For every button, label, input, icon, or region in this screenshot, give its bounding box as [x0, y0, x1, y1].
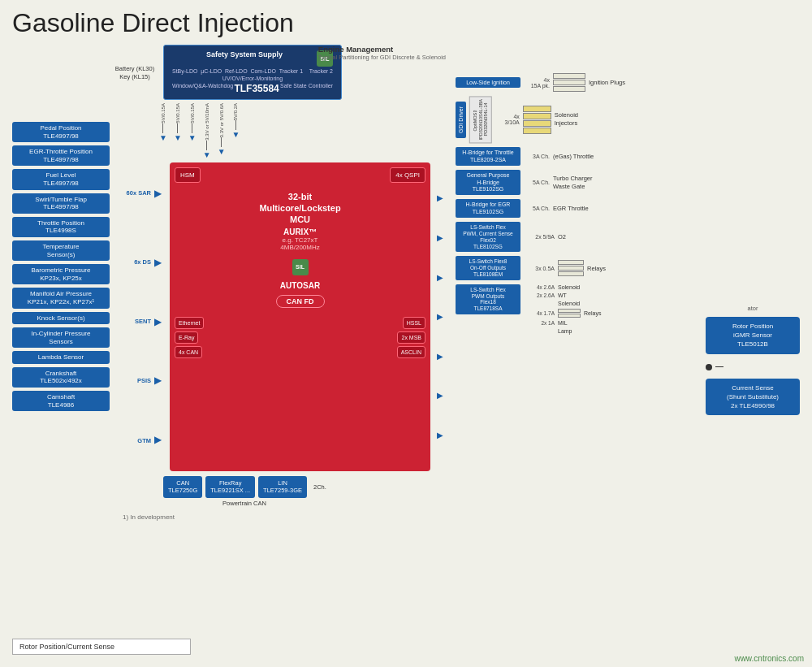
sensor-barometric: Barometric PressureKP23x, KP25x — [12, 264, 110, 284]
mcu-asclin: ASCLIN — [397, 346, 425, 358]
uc-ldo: µC-LDO — [201, 68, 222, 74]
mcu-interface-labels: 60x SAR 6x DS SENT PSIS GTM — [114, 162, 151, 471]
hbridge-gp-count: 5A Ch. — [524, 180, 550, 185]
ls-flex02-box: LS-Switch FlexPWM, Current SenseFlex02TL… — [456, 222, 520, 252]
sensor-camshaft: CamshaftTLE4986 — [12, 391, 110, 411]
ls-flex02-count: 2x 5/9A — [524, 234, 555, 240]
uv-ov-label: UV/OV/Error-Monitoring — [172, 76, 333, 81]
ls-switch-flex02-row: LS-Switch FlexPWM, Current SenseFlex02TL… — [456, 222, 702, 252]
sensor-crankshaft: CrankshaftTLE502x/492x — [12, 367, 110, 388]
can-bus: CANTLE7250G — [163, 476, 202, 499]
gdi-driver-label: GDI Driver — [456, 102, 466, 138]
ls-flex8-count: 3x 0.5A — [524, 266, 555, 271]
gdi-target: SolenoidInjectors — [555, 111, 578, 128]
alternator-label: ator — [706, 305, 800, 312]
ds-label: 6x DS — [114, 258, 151, 266]
solenoid-stack — [523, 106, 551, 134]
safe-state: Safe State Controller — [280, 83, 333, 94]
powertrain-can-label: Powertrain CAN — [163, 500, 326, 507]
mcu-hssl: HSSL — [403, 317, 425, 329]
sensor-temperature: TemperatureSensor(s) — [12, 240, 110, 261]
ls-flex18-box: LS-Switch FlexPWM OutputsFlex18TLE8718SA — [456, 284, 520, 314]
can-fd-label: CAN FD — [276, 295, 325, 308]
mcu-arrows: ▶ ▶ ▶ ▶ ▶ — [154, 162, 166, 471]
battery-label: Battery (KL30)Key (KL15) — [114, 65, 155, 100]
gdi-count: 4x3/10A — [495, 114, 520, 125]
connector-line — [715, 366, 723, 367]
gtm-label: GTM — [114, 437, 151, 444]
sensor-swirl: Swirl/Tumble FlapTLE4997/98 — [12, 193, 110, 214]
sil-badge-mcu: SIL — [292, 259, 309, 275]
mcu-model: e.g. TC27xT — [175, 236, 425, 244]
mcu-4can: 4x CAN — [175, 346, 202, 358]
bus-row: CANTLE7250G FlexRayTLE9221SX ... LINTLE7… — [163, 476, 446, 499]
o2-target: O2 — [558, 233, 566, 240]
mcu-hsm: HSM — [175, 167, 201, 183]
mcu-title-2: Multicore/Lockstep — [175, 202, 425, 214]
bottom-note: 1) In development — [123, 513, 446, 521]
stby-ldo: StBy-LDO — [172, 68, 198, 74]
tracker1: Tracker 1 — [279, 68, 303, 74]
sensor-lambda: Lambda Sensor — [12, 351, 110, 364]
rotor-position-box: Rotor PositioniGMR SensorTLE5012B — [706, 317, 800, 354]
right-outputs-column: Low-Side Ignition 4x15A pk. Ignition Plu… — [451, 45, 702, 613]
far-right-column: ator Rotor PositioniGMR SensorTLE5012B C… — [702, 45, 800, 613]
sensor-throttle-pos: Throttle PositionTLE4998S — [12, 217, 110, 237]
tracker2: Tracker 2 — [309, 68, 333, 74]
connector-dot — [706, 364, 712, 370]
ls-flex8-row: LS-Switch Flex8On-Off OutputsTLE8108EM 3… — [456, 256, 702, 279]
relays-target: Relays — [587, 265, 606, 272]
ignition-plug-stack — [553, 73, 585, 92]
mcu-title-3: MCU — [175, 214, 425, 225]
mcu-box: HSM 4x QSPI 32-bit Multicore/Lockstep MC… — [170, 162, 430, 471]
ignition-count: 4x15A pk. — [524, 77, 550, 89]
gdi-driver-row: GDI Driver OptiMOS™IPD320N10S4L-3BAPD320… — [456, 96, 702, 143]
page: Gasoline Direct Injection Pedal Position… — [0, 0, 812, 667]
sensor-egr-throttle: EGR-Throttle PositionTLE4997/98 — [12, 145, 110, 166]
flexray-bus: FlexRayTLE9221SX ... — [205, 476, 255, 499]
mcu-title-1: 32-bit — [175, 191, 425, 202]
psis-label: PSIS — [114, 377, 151, 384]
ls-flex18-row: LS-Switch FlexPWM OutputsFlex18TLE8718SA… — [456, 284, 702, 334]
hbridge-egr-box: H-Bridge for EGRTLE9102SG — [456, 199, 520, 218]
safety-supply-box: Safety System Supply SIL StBy-LDO µC-LDO… — [163, 45, 342, 100]
hbridge-gp-box: General PurposeH-BridgeTLE9102SG — [456, 170, 520, 195]
hbridge-gp-row: General PurposeH-BridgeTLE9102SG 5A Ch. … — [456, 170, 702, 195]
safety-title: Safety System Supply — [172, 50, 317, 58]
mcu-right-arrows: ▶ ▶ ▶ ▶ ▶ ▶ ▶ — [434, 162, 446, 471]
ls-flex8-box: LS-Switch Flex8On-Off OutputsTLE8108EM — [456, 256, 520, 279]
com-ldo: Com-LDO — [250, 68, 276, 74]
relay-stack — [558, 260, 584, 276]
current-sense-box: Current Sense(Shunt Substitute)2x TLE499… — [706, 379, 800, 416]
page-title: Gasoline Direct Injection — [12, 8, 800, 38]
mcu-freq: 4MB/200MHz — [175, 244, 425, 251]
ignition-row: Low-Side Ignition 4x15A pk. Ignition Plu… — [456, 73, 702, 92]
lin-bus: LINTLE7259-3GE — [258, 476, 307, 499]
engine-mgmt-area: Engine Management Typical Partitioning f… — [318, 45, 446, 61]
sensor-pedal-pos: Pedal PositionTLE4997/98 — [12, 122, 110, 142]
hbridge-throttle-count: 3A Ch. — [524, 154, 550, 159]
voltage-lines: 5V/0.15A ▼ 5V/0.15A ▼ 5V/0.15A ▼ 3.3V or… — [159, 103, 446, 159]
watermark: www.cntronics.com — [734, 654, 804, 663]
mcu-ethernet: Ethernet — [175, 317, 204, 329]
hbridge-egr-count: 5A Ch. — [524, 206, 550, 211]
hbridge-egr-row: H-Bridge for EGRTLE9102SG 5A Ch. EGR Thr… — [456, 199, 702, 218]
sar-label: 60x SAR — [114, 189, 151, 197]
lin-ch: 2Ch. — [313, 483, 326, 491]
sensor-list: Pedal PositionTLE4997/98 EGR-Throttle Po… — [12, 122, 110, 411]
mcu-msb: 2x MSB — [397, 331, 425, 344]
mcu-brand: AURIX™ — [175, 227, 425, 236]
hbridge-throttle-row: H-Bridge for ThrottleTLE8209-2SA 3A Ch. … — [456, 147, 702, 166]
mcu-qspi: 4x QSPI — [390, 167, 425, 183]
ignition-target: Ignition Plugs — [589, 79, 625, 86]
autosar-label: AUTOSAR — [175, 281, 425, 290]
hbridge-throttle-box: H-Bridge for ThrottleTLE8209-2SA — [456, 147, 520, 166]
window-qa: Window/Q&A-Watchdog — [172, 83, 233, 94]
sensor-fuel-level: Fuel LevelTLE4997/98 — [12, 169, 110, 189]
optimos-chip: OptiMOS™IPD320N10S4L-3BAPD320N054L-14 — [469, 96, 492, 143]
rotor-position-label: Rotor Position/Current Sense — [12, 639, 191, 655]
ref-ldo: Ref-LDO — [225, 68, 248, 74]
safety-chip: TLF35584 — [234, 83, 279, 94]
sent-label: SENT — [114, 318, 151, 325]
engine-mgmt-subtitle: Typical Partitioning for GDI Discrete & … — [318, 54, 446, 61]
